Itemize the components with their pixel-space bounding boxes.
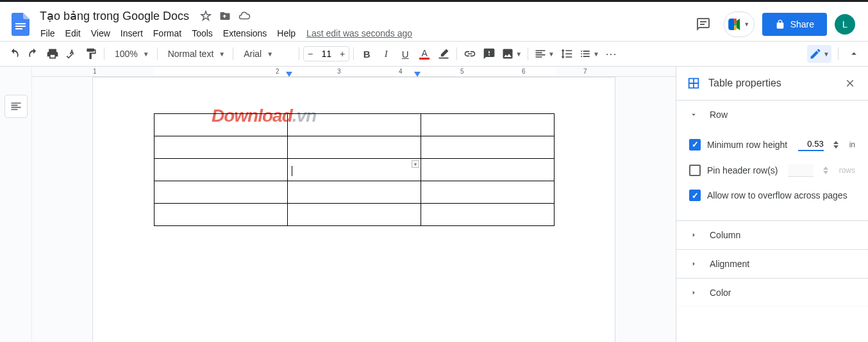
italic-button[interactable]: I [377,45,395,63]
chevron-down-icon [689,110,699,119]
overflow-checkbox[interactable] [689,190,701,201]
section-color-label: Color [710,288,731,298]
overflow-label: Allow row to overflow across pages [707,190,855,200]
menu-tools[interactable]: Tools [187,26,217,41]
menu-help[interactable]: Help [272,26,300,41]
text-color-button[interactable]: A [415,45,433,63]
account-avatar[interactable]: L [835,14,855,35]
star-icon[interactable] [199,10,212,22]
editing-mode-button[interactable]: ▼ [807,45,831,63]
redo-button[interactable] [24,45,42,63]
chevron-right-icon [689,288,699,297]
min-height-spinner[interactable] [833,140,839,149]
font-select[interactable]: Arial▼ [237,45,295,63]
caret-down-icon: ▼ [823,51,830,58]
caret-down-icon: ▼ [143,51,149,58]
table-icon [687,76,701,90]
comments-icon[interactable] [690,12,716,37]
docs-logo[interactable] [8,12,33,37]
align-button[interactable]: ▼ [532,45,556,63]
pin-header-checkbox[interactable] [689,165,701,176]
table-row[interactable] [154,181,555,204]
more-button[interactable]: ⋯ [603,45,621,63]
section-column-label: Column [710,230,740,240]
min-height-label: Minimum row height [707,140,792,150]
chevron-right-icon [689,231,699,240]
section-column-header[interactable]: Column [676,221,868,249]
table-row[interactable] [154,114,555,136]
font-size-input[interactable] [317,49,336,59]
move-icon[interactable] [219,10,231,22]
left-gutter [0,67,32,342]
share-button[interactable]: Share [762,13,827,36]
link-button[interactable] [461,45,479,63]
last-edit-link[interactable]: Last edit was seconds ago [301,26,417,41]
min-height-checkbox[interactable] [689,139,701,151]
style-select[interactable]: Normal text▼ [162,45,229,63]
menu-insert[interactable]: Insert [116,26,147,41]
menu-format[interactable]: Format [149,26,186,41]
increase-font-button[interactable]: + [336,47,349,61]
caret-down-icon: ▼ [219,51,225,58]
document-table[interactable]: ▼ [154,113,555,226]
table-row[interactable] [154,136,555,159]
bold-button[interactable]: B [358,45,376,63]
caret-down-icon: ▼ [515,51,522,58]
section-alignment-label: Alignment [710,259,749,269]
panel-title: Table properties [708,77,835,89]
caret-down-icon: ▼ [744,21,749,28]
section-row-header[interactable]: Row [676,101,868,129]
horizontal-ruler[interactable]: 1 2 3 4 5 6 7 [32,67,676,77]
menu-file[interactable]: File [36,26,60,41]
ruler-tick: 1 [93,68,97,75]
table-row[interactable] [154,204,555,226]
outline-button[interactable] [4,95,28,118]
ruler-tick: 6 [522,68,526,75]
line-spacing-button[interactable] [558,45,576,63]
document-canvas[interactable]: 1 2 3 4 5 6 7 Download.vn ▼ [32,67,676,342]
pin-header-label: Pin header row(s) [707,165,781,175]
min-height-unit: in [849,140,855,149]
share-label: Share [790,19,814,29]
indent-marker-left[interactable] [286,72,292,77]
ruler-tick: 2 [276,68,280,75]
spellcheck-button[interactable] [63,45,81,63]
section-alignment-header[interactable]: Alignment [676,250,868,278]
close-icon[interactable] [842,76,858,91]
svg-rect-1 [15,26,26,27]
underline-button[interactable]: U [396,45,414,63]
toolbar: 100%▼ Normal text▼ Arial▼ − + B I U A ▼ … [0,41,868,67]
svg-rect-2 [15,28,22,29]
menu-view[interactable]: View [87,26,115,41]
decrease-font-button[interactable]: − [304,47,317,61]
highlight-button[interactable] [435,45,453,63]
menu-edit[interactable]: Edit [61,26,85,41]
pin-header-input [788,164,814,177]
document-title[interactable]: Tạo bảng trong Google Docs [36,8,193,24]
svg-rect-3 [700,21,706,22]
ruler-tick: 4 [399,68,403,75]
print-button[interactable] [44,45,62,63]
menu-extensions[interactable]: Extensions [219,26,271,41]
menu-bar: File Edit View Insert Format Tools Exten… [36,26,690,42]
cloud-icon[interactable] [238,10,251,22]
table-row[interactable]: ▼ [154,159,555,181]
list-button[interactable]: ▼ [577,45,601,63]
ruler-tick: 5 [460,68,464,75]
comment-button[interactable] [480,45,498,63]
image-button[interactable]: ▼ [499,45,524,63]
indent-marker-right[interactable] [414,72,421,77]
section-color-header[interactable]: Color [676,279,868,307]
section-row-label: Row [710,110,728,120]
zoom-select[interactable]: 100%▼ [108,45,153,63]
document-page[interactable]: Download.vn ▼ [92,77,615,342]
pin-header-spinner [822,166,829,175]
format-paint-button[interactable] [82,45,100,63]
undo-button[interactable] [5,45,23,63]
cell-options-button[interactable]: ▼ [412,160,419,168]
svg-rect-0 [15,23,26,24]
meet-button[interactable]: ▼ [724,12,755,37]
table-properties-panel: Table properties Row Minimum row height … [676,67,868,342]
hide-menus-button[interactable] [845,45,863,63]
min-height-input[interactable] [798,138,824,151]
